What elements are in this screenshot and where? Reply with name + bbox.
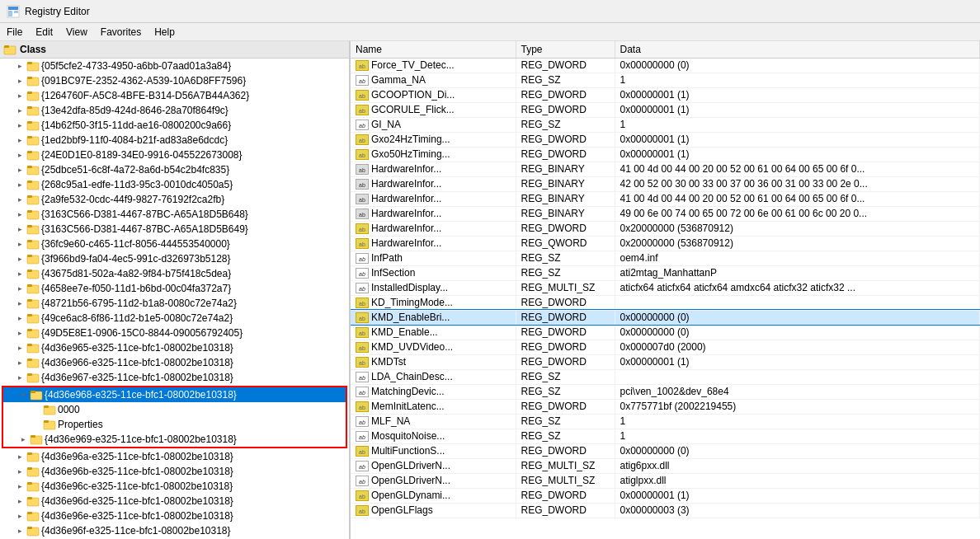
table-row[interactable]: abMatchingDevic...REG_SZpci\ven_1002&dev… [351, 384, 980, 399]
tree-item[interactable]: {24E0D1E0-8189-34E0-9916-045522673008} [0, 148, 349, 162]
menu-help[interactable]: Help [148, 25, 181, 40]
tree-toggle[interactable] [13, 267, 26, 280]
table-row[interactable]: abHardwareInfor...REG_BINARY41 00 4d 00 … [351, 162, 980, 176]
table-row[interactable]: abHardwareInfor...REG_BINARY49 00 6e 00 … [351, 206, 980, 221]
tree-toggle[interactable] [13, 119, 26, 132]
tree-item[interactable]: {25dbce51-6c8f-4a72-8a6d-b54c2b4fc835} [0, 162, 349, 177]
tree-toggle[interactable] [13, 178, 26, 191]
tree-item[interactable]: {49D5E8E1-0906-15C0-8844-090056792405} [0, 326, 349, 340]
tree-item[interactable]: {4d36e96e-e325-11ce-bfc1-08002be10318} [0, 509, 349, 523]
tree-toggle[interactable] [13, 312, 26, 325]
tree-toggle[interactable] [13, 371, 26, 384]
tree-item[interactable]: {48721b56-6795-11d2-b1a8-0080c72e74a2} [0, 296, 349, 311]
tree-pane[interactable]: Class {05f5cfe2-4733-4950-a6bb-07aad01a3… [0, 41, 351, 539]
tree-toggle[interactable] [13, 223, 26, 236]
tree-toggle[interactable] [13, 59, 26, 73]
tree-item[interactable]: {268c95a1-edfe-11d3-95c3-0010dc4050a5} [0, 177, 349, 192]
tree-item[interactable]: {1264760F-A5C8-4BFE-B314-D56A7B44A362} [0, 88, 349, 103]
tree-toggle[interactable] [13, 237, 26, 251]
table-row[interactable]: abHardwareInfor...REG_BINARY41 00 4d 00 … [351, 191, 980, 206]
tree-toggle[interactable] [13, 252, 26, 265]
table-row[interactable]: abOpenGLFlagsREG_DWORD0x00000003 (3) [351, 503, 980, 518]
table-row[interactable]: abKMD_UVDVideo...REG_DWORD0x000007d0 (20… [351, 340, 980, 354]
menu-view[interactable]: View [59, 25, 94, 40]
tree-item[interactable]: {1ed2bbf9-11f0-4084-b21f-ad83a8e6dcdc} [0, 133, 349, 148]
tree-item[interactable]: {091BC97E-2352-4362-A539-10A6D8FF7596} [0, 73, 349, 88]
table-row[interactable]: abInstalledDisplay...REG_MULTI_SZaticfx6… [351, 280, 980, 295]
tree-item[interactable]: {13e42dfa-85d9-424d-8646-28a70f864f9c} [0, 103, 349, 118]
tree-item[interactable]: {36fc9e60-c465-11cf-8056-444553540000} [0, 237, 349, 251]
table-row[interactable]: abLDA_ChainDesc...REG_SZ [351, 369, 980, 384]
tree-item[interactable]: 0000 [3, 402, 346, 417]
table-row[interactable]: abKD_TimingMode...REG_DWORD [351, 295, 980, 310]
tree-toggle[interactable] [13, 509, 26, 523]
tree-item[interactable]: {05f5cfe2-4733-4950-a6bb-07aad01a3a84} [0, 59, 349, 73]
tree-toggle[interactable] [13, 89, 26, 102]
table-row[interactable]: abKMDTstREG_DWORD0x00000001 (1) [351, 354, 980, 369]
tree-item[interactable]: {4d36e966-e325-11ce-bfc1-08002be10318} [0, 355, 349, 370]
tree-item[interactable]: {3f966bd9-fa04-4ec5-991c-d326973b5128} [0, 251, 349, 266]
tree-toggle[interactable] [13, 134, 26, 147]
tree-toggle[interactable] [13, 148, 26, 162]
table-row[interactable]: abOpenGLDriverN...REG_MULTI_SZatig6pxx.d… [351, 458, 980, 473]
tree-item[interactable]: {3163C566-D381-4467-87BC-A65A18D5B648} [0, 207, 349, 222]
right-pane[interactable]: Name Type Data abForce_TV_Detec...REG_DW… [351, 41, 980, 539]
tree-item[interactable]: {4d36e96c-e325-11ce-bfc1-08002be10318} [0, 479, 349, 494]
menu-file[interactable]: File [0, 25, 29, 40]
table-row[interactable]: abKMD_Enable...REG_DWORD0x00000000 (0) [351, 325, 980, 340]
table-row[interactable]: abMemInitLatenc...REG_DWORD0x775771bf (2… [351, 399, 980, 414]
tree-toggle[interactable] [13, 480, 26, 493]
table-row[interactable]: abKMD_EnableBri...REG_DWORD0x00000000 (0… [351, 310, 980, 325]
table-row[interactable]: abForce_TV_Detec...REG_DWORD0x00000000 (… [351, 58, 980, 73]
table-row[interactable]: abMosquitoNoise...REG_SZ1 [351, 429, 980, 443]
tree-item[interactable]: {2a9fe532-0cdc-44f9-9827-76192f2ca2fb} [0, 192, 349, 207]
tree-item[interactable]: {4d36e968-e325-11ce-bfc1-08002be10318} [3, 387, 346, 402]
tree-toggle[interactable] [13, 163, 26, 176]
tree-toggle[interactable] [13, 326, 26, 340]
table-row[interactable]: abGamma_NAREG_SZ1 [351, 73, 980, 87]
tree-item[interactable]: {4d36e967-e325-11ce-bfc1-08002be10318} [0, 370, 349, 385]
tree-item[interactable]: {3163C566-D381-4467-87BC-A65A18D5B649} [0, 222, 349, 237]
table-row[interactable]: abHardwareInfor...REG_BINARY42 00 52 00 … [351, 176, 980, 191]
table-row[interactable]: abOpenGLDynami...REG_DWORD0x00000001 (1) [351, 488, 980, 503]
tree-toggle[interactable] [13, 193, 26, 206]
table-row[interactable]: abInfPathREG_SZoem4.inf [351, 251, 980, 265]
tree-toggle[interactable] [13, 356, 26, 369]
tree-item[interactable]: {4d36e96d-e325-11ce-bfc1-08002be10318} [0, 494, 349, 509]
tree-toggle[interactable] [13, 465, 26, 478]
tree-toggle[interactable] [16, 433, 30, 446]
tree-item[interactable]: {4d36e96a-e325-11ce-bfc1-08002be10318} [0, 449, 349, 464]
tree-item[interactable]: {4d36e969-e325-11ce-bfc1-08002be10318} [3, 432, 346, 447]
tree-toggle[interactable] [13, 450, 26, 463]
tree-toggle[interactable] [13, 297, 26, 310]
table-row[interactable]: abGI_NAREG_SZ1 [351, 117, 980, 132]
table-row[interactable]: abGxo24HzTiming...REG_DWORD0x00000001 (1… [351, 132, 980, 147]
menu-favorites[interactable]: Favorites [94, 25, 148, 40]
tree-item[interactable]: {14b62f50-3f15-11dd-ae16-0800200c9a66} [0, 118, 349, 133]
menu-edit[interactable]: Edit [29, 25, 59, 40]
tree-toggle[interactable] [16, 388, 30, 401]
table-row[interactable]: abOpenGLDriverN...REG_MULTI_SZatiglpxx.d… [351, 473, 980, 488]
tree-toggle[interactable] [13, 524, 26, 537]
tree-item[interactable]: {4d36e965-e325-11ce-bfc1-08002be10318} [0, 340, 349, 355]
table-row[interactable]: abHardwareInfor...REG_QWORD0x20000000 (5… [351, 236, 980, 251]
tree-toggle[interactable] [13, 282, 26, 295]
tree-item[interactable]: {4658ee7e-f050-11d1-b6bd-00c04fa372a7} [0, 281, 349, 296]
tree-toggle[interactable] [13, 494, 26, 508]
table-row[interactable]: abMultiFunctionS...REG_DWORD0x00000000 (… [351, 443, 980, 458]
table-row[interactable]: abGCORULE_Flick...REG_DWORD0x00000001 (1… [351, 102, 980, 117]
tree-item[interactable]: {49ce6ac8-6f86-11d2-b1e5-0080c72e74a2} [0, 311, 349, 326]
tree-toggle[interactable] [13, 104, 26, 117]
tree-toggle[interactable] [13, 74, 26, 87]
table-row[interactable]: abGCOOPTION_Di...REG_DWORD0x00000001 (1) [351, 87, 980, 102]
tree-toggle[interactable] [13, 341, 26, 354]
table-row[interactable]: abHardwareInfor...REG_DWORD0x20000000 (5… [351, 221, 980, 236]
tree-item[interactable]: Properties [3, 417, 346, 432]
tree-item[interactable]: {43675d81-502a-4a82-9f84-b75f418c5dea} [0, 266, 349, 281]
tree-item[interactable]: {4d36e96f-e325-11ce-bfc1-08002be10318} [0, 523, 349, 538]
tree-item[interactable]: {4d36e96b-e325-11ce-bfc1-08002be10318} [0, 464, 349, 479]
table-row[interactable]: abMLF_NAREG_SZ1 [351, 414, 980, 429]
table-row[interactable]: abInfSectionREG_SZati2mtag_ManhattanP [351, 265, 980, 280]
table-row[interactable]: abGxo50HzTiming...REG_DWORD0x00000001 (1… [351, 147, 980, 162]
tree-toggle[interactable] [13, 208, 26, 221]
